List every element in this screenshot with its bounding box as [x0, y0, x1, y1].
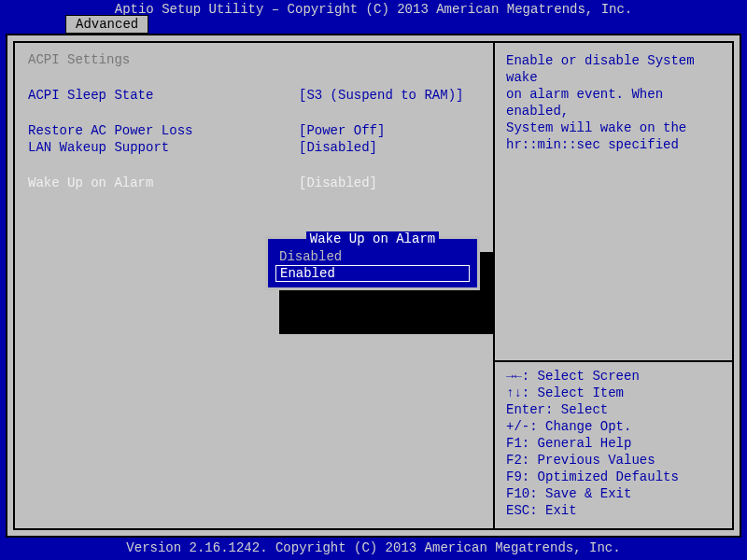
- setting-row[interactable]: LAN Wakeup Support [Disabled]: [28, 140, 480, 155]
- setting-value: [Disabled]: [299, 175, 377, 190]
- key-help-item: →←: Select Screen: [506, 368, 721, 385]
- option-popup: Wake Up on Alarm Disabled Enabled: [265, 236, 480, 290]
- setting-row-active[interactable]: Wake Up on Alarm [Disabled]: [28, 175, 480, 190]
- key-help: →←: Select Screen ↑↓: Select Item Enter:…: [506, 368, 721, 519]
- help-divider: [495, 360, 732, 362]
- key-help-item: +/-: Change Opt.: [506, 418, 721, 435]
- setting-label: LAN Wakeup Support: [28, 140, 299, 155]
- help-text: Enable or disable System wake on alarm e…: [506, 52, 721, 153]
- help-pane: Enable or disable System wake on alarm e…: [493, 41, 734, 530]
- key-help-item: F2: Previous Values: [506, 452, 721, 469]
- header-bar: Aptio Setup Utility – Copyright (C) 2013…: [0, 0, 747, 34]
- footer-bar: Version 2.16.1242. Copyright (C) 2013 Am…: [0, 538, 747, 560]
- key-help-item: F1: General Help: [506, 435, 721, 452]
- key-help-item: F9: Optimized Defaults: [506, 469, 721, 485]
- tab-advanced[interactable]: Advanced: [65, 15, 148, 34]
- key-help-item: F10: Save & Exit: [506, 485, 721, 502]
- setting-value: [Power Off]: [299, 123, 385, 138]
- setting-label: Wake Up on Alarm: [28, 175, 299, 190]
- key-help-item: Enter: Select: [506, 401, 721, 418]
- popup-option-enabled[interactable]: Enabled: [275, 265, 470, 282]
- setting-row[interactable]: Restore AC Power Loss [Power Off]: [28, 123, 480, 138]
- setting-label: Restore AC Power Loss: [28, 123, 299, 138]
- setting-row[interactable]: ACPI Sleep State [S3 (Suspend to RAM)]: [28, 88, 480, 103]
- key-help-item: ↑↓: Select Item: [506, 385, 721, 401]
- setting-value: [S3 (Suspend to RAM)]: [299, 88, 463, 103]
- popup-option-disabled[interactable]: Disabled: [268, 248, 477, 265]
- setting-label: ACPI Sleep State: [28, 88, 299, 103]
- popup-title: Wake Up on Alarm: [268, 231, 477, 246]
- setting-value: [Disabled]: [299, 140, 377, 155]
- section-title: ACPI Settings: [28, 52, 480, 67]
- key-help-item: ESC: Exit: [506, 502, 721, 519]
